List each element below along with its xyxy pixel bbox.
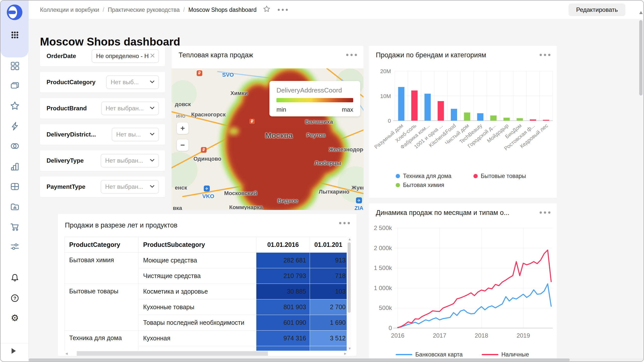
edit-button[interactable]: Редактировать <box>569 4 625 16</box>
bar-Чистый дом[interactable] <box>464 112 470 121</box>
filter-select[interactable]: Нет выбран... <box>101 102 159 115</box>
bar-БиоДом[interactable] <box>517 118 523 121</box>
line-series-Банковская карта[interactable] <box>398 284 551 328</box>
scroll-up-icon[interactable]: ▲ <box>348 237 351 241</box>
bell-icon[interactable] <box>9 272 20 283</box>
app-window: ? ⚙ Коллекции и воркбуки / Практические … <box>0 0 644 362</box>
map-label-city: Одинцово <box>193 156 221 162</box>
filter-select[interactable]: Нет вы... <box>112 128 159 141</box>
clear-icon[interactable] <box>149 53 155 60</box>
svg-text:500k: 500k <box>379 304 392 311</box>
bar-Разумный дом[interactable] <box>398 87 405 121</box>
scroll-right-icon[interactable]: ▸ <box>344 351 346 356</box>
value-cell: 974 316 <box>256 331 310 346</box>
bar-Фабрика ком...[interactable] <box>424 94 431 121</box>
table-icon[interactable] <box>9 181 20 192</box>
filter-select[interactable]: Нет выбран... <box>101 180 159 194</box>
bar-1001 и одна ...[interactable] <box>438 101 444 121</box>
gear-icon[interactable]: ⚙ <box>9 312 20 324</box>
breadcrumb-more-icon[interactable] <box>278 9 288 11</box>
value-cell: 210 793 <box>256 268 310 284</box>
brand-sales-bar-chart[interactable]: 010M20MРазумный домХлеб-сольФабрика ком.… <box>369 46 557 171</box>
overlapping-circles-icon[interactable] <box>9 141 20 152</box>
bar-Хлеб-соль[interactable] <box>411 90 418 121</box>
chevron-down-icon[interactable] <box>149 105 155 112</box>
scroll-left-icon[interactable]: ◂ <box>65 351 68 356</box>
breadcrumb-collections[interactable]: Коллекции и воркбуки <box>40 7 99 13</box>
map-label-city: Железнодорожны <box>329 146 364 153</box>
help-icon[interactable]: ? <box>9 293 20 304</box>
chevron-down-icon[interactable] <box>149 157 155 164</box>
sidebar-expand-button[interactable] <box>1 343 28 358</box>
table-hscroll-thumb[interactable] <box>77 351 268 356</box>
bar-Городской д...[interactable] <box>490 115 497 121</box>
legend-item[interactable]: Банковская карта <box>396 351 463 358</box>
map-zoom-out-button[interactable]: − <box>177 139 188 151</box>
map-zoom-in-button[interactable]: + <box>177 122 188 134</box>
bar-Kitchen&Food[interactable] <box>451 109 457 121</box>
chevron-down-icon[interactable] <box>149 131 155 138</box>
page-vscroll-thumb[interactable] <box>639 20 642 96</box>
page-horizontal-scrollbar[interactable] <box>29 358 643 361</box>
monthly-sales-line-chart[interactable]: 0500k1 000k1 500k2 000k2 500k20162017201… <box>369 203 557 344</box>
chevron-down-icon[interactable] <box>149 78 155 86</box>
value-cell: 801 903 <box>256 299 310 315</box>
sales-heatmap[interactable]: SVOХимкидовскКрасногорскиноБалашихаМоскв… <box>172 68 364 210</box>
folders-icon[interactable] <box>9 80 20 92</box>
legend-item[interactable]: Бытовая химия <box>396 182 444 189</box>
bar-TechBeauty[interactable] <box>477 113 484 121</box>
bar-Ростовская ф...[interactable] <box>530 119 536 121</box>
svg-text:0: 0 <box>389 325 392 331</box>
table-header-0[interactable]: ProductCategory <box>65 237 139 253</box>
cart-icon[interactable] <box>9 221 20 232</box>
category-cell: Бытовые товары <box>65 284 139 331</box>
page-vertical-scrollbar[interactable] <box>639 4 643 357</box>
datalens-logo[interactable] <box>6 4 23 21</box>
map-label-city: Химки <box>230 90 248 97</box>
ruble-marker-icon: ₽ <box>249 119 255 124</box>
line-chart-card: Динамика продаж по месяцам и типам о... … <box>369 203 557 362</box>
table-header-2[interactable]: 01.01.2016 <box>256 237 310 253</box>
favorite-star-icon[interactable] <box>263 5 271 15</box>
svg-text:10M: 10M <box>380 93 391 99</box>
map-label-city: Красногорск <box>191 111 226 118</box>
table-vertical-scrollbar[interactable]: ▲ ▼ <box>347 237 351 351</box>
bar-Кедровый лес[interactable] <box>543 120 549 121</box>
page-hscroll-thumb[interactable] <box>29 358 570 361</box>
bar-chart-icon[interactable] <box>9 161 20 172</box>
lightning-icon[interactable] <box>9 121 20 132</box>
table-vscroll-thumb[interactable] <box>348 242 351 313</box>
filter-select[interactable]: Нет выбран... <box>101 154 159 167</box>
legend-item[interactable]: Техника для дома <box>396 173 451 179</box>
table-header-1[interactable]: ProductSubcategory <box>139 237 256 253</box>
bar-Мойдодыр[interactable] <box>503 118 510 121</box>
breadcrumb-guides[interactable]: Практические руководства <box>108 7 180 13</box>
folder-image-icon[interactable] <box>9 201 20 212</box>
legend-item[interactable]: Наличные <box>482 351 529 358</box>
date-range-input[interactable]: Не определено - Н <box>92 49 159 63</box>
legend-dot-icon <box>473 174 478 178</box>
sliders-icon[interactable] <box>9 241 20 252</box>
sales-table[interactable]: ProductCategoryProductSubcategory01.01.2… <box>64 237 347 351</box>
chevron-down-icon[interactable] <box>149 183 155 191</box>
value-cell: 3 406 <box>310 346 347 351</box>
heatmap-card: Тепловая карта продаж <box>172 46 364 210</box>
legend-line-icon <box>482 354 498 355</box>
filter-select[interactable]: Нет выб... <box>106 75 159 89</box>
scroll-up-icon[interactable] <box>639 11 643 14</box>
heatmap-legend: DeliveryAddressCoord min max <box>269 81 360 116</box>
map-label-city: Московский <box>224 190 257 197</box>
filter-label: ProductBrand <box>47 98 87 119</box>
legend-label: Техника для дома <box>403 173 451 179</box>
line-series-Наличные[interactable] <box>398 250 551 328</box>
table-header-3[interactable]: 01.01.201 <box>310 237 347 253</box>
top-bar: Коллекции и воркбуки / Практические руко… <box>28 1 643 19</box>
grid-2x2-icon[interactable] <box>9 60 20 71</box>
heatmap-card-menu-icon[interactable] <box>346 54 357 56</box>
table-card-menu-icon[interactable] <box>339 222 350 224</box>
legend-item[interactable]: Бытовые товары <box>473 173 526 179</box>
scroll-down-icon[interactable]: ▼ <box>348 347 351 350</box>
apps-grid-icon[interactable] <box>9 29 20 40</box>
filter-placeholder: Нет вы... <box>116 131 149 138</box>
star-icon[interactable] <box>9 100 20 111</box>
